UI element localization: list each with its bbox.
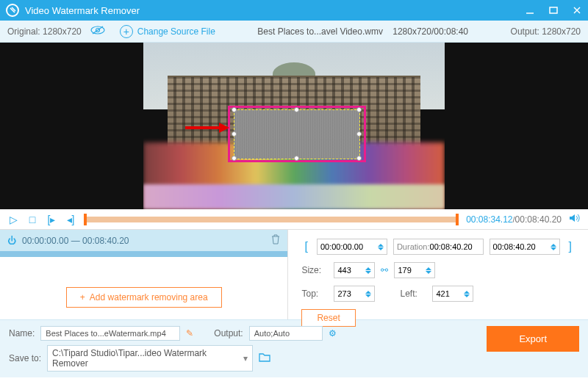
bracket-left-icon[interactable]: [ (301, 240, 310, 253)
handle-n[interactable] (294, 107, 299, 112)
spin-down[interactable] (365, 271, 371, 274)
titlebar: Video Watermark Remover (0, 0, 588, 21)
top-label: Top: (301, 289, 328, 299)
link-icon[interactable]: ⚯ (381, 265, 388, 275)
spin-up[interactable] (378, 244, 384, 247)
segments-panel: ⏻ 00:00:00.00 — 00:08:40.20 +Add waterma… (0, 230, 288, 319)
app-title: Video Watermark Remover (25, 5, 525, 16)
svg-line-6 (93, 26, 103, 34)
height-input[interactable] (394, 262, 435, 278)
saveto-dropdown[interactable]: C:\Tipard Studio\Tipar...ideo Watermark … (47, 345, 253, 372)
saveto-label: Save to: (9, 353, 41, 363)
svg-rect-1 (550, 7, 557, 13)
timeline-slider[interactable] (84, 217, 459, 222)
handle-ne[interactable] (356, 107, 362, 112)
range-duration-input[interactable]: Duration: (393, 239, 484, 255)
size-label: Size: (301, 265, 328, 275)
output-res: Output: 1280x720 (511, 26, 581, 37)
left-input[interactable] (432, 286, 473, 302)
spin-down[interactable] (365, 294, 371, 297)
annotation-arrow (185, 123, 229, 133)
volume-icon[interactable] (569, 213, 581, 225)
spin-up[interactable] (426, 267, 431, 270)
output-value: Auto;Auto (249, 326, 323, 341)
handle-e[interactable] (356, 131, 362, 137)
minimize-button[interactable] (525, 5, 535, 15)
name-value: Best Places to...eWatermark.mp4 (40, 326, 180, 341)
settings-icon[interactable]: ⚙ (329, 328, 337, 338)
edit-name-icon[interactable]: ✎ (186, 328, 193, 338)
spin-up[interactable] (365, 291, 371, 294)
spin-up[interactable] (464, 291, 470, 294)
chevron-down-icon: ▾ (243, 353, 248, 363)
playback-controls: ▷ □ [▸ ◂] 00:08:34.12/00:08:40.20 (0, 209, 588, 230)
spin-up[interactable] (365, 267, 371, 270)
range-start-input[interactable] (317, 239, 387, 255)
reset-button[interactable]: Reset (301, 309, 355, 327)
video-frame[interactable] (143, 43, 445, 209)
bottom-bar: Name: Best Places to...eWatermark.mp4 ✎ … (0, 319, 588, 377)
add-area-button[interactable]: +Add watermark removing area (66, 287, 222, 308)
name-label: Name: (9, 328, 35, 338)
original-label: Original: 1280x720 (7, 26, 82, 37)
change-source-label: Change Source File (137, 26, 215, 37)
info-bar: Original: 1280x720 + Change Source File … (0, 21, 588, 43)
mark-out-button[interactable]: ◂] (65, 214, 76, 225)
stop-button[interactable]: □ (26, 214, 38, 225)
segment-times: 00:00:00.00 — 00:08:40.20 (22, 236, 265, 246)
mark-in-button[interactable]: [▸ (46, 214, 57, 225)
spin-down[interactable] (551, 247, 556, 250)
output-label: Output: (214, 328, 243, 338)
bracket-right-icon[interactable]: ] (566, 240, 575, 253)
close-button[interactable] (572, 5, 582, 15)
time-display: 00:08:34.12/00:08:40.20 (466, 214, 562, 225)
range-end-input[interactable] (490, 239, 560, 255)
open-folder-icon[interactable] (259, 352, 270, 364)
app-icon (6, 4, 19, 17)
change-source-button[interactable]: + Change Source File (120, 25, 215, 38)
delete-segment-icon[interactable] (271, 234, 280, 247)
segment-bar[interactable] (0, 251, 287, 257)
export-button[interactable]: Export (487, 326, 579, 352)
spin-down[interactable] (464, 294, 470, 297)
properties-panel: [ Duration: ] Size: ⚯ Top: Left: Reset (288, 230, 588, 319)
spin-down[interactable] (426, 271, 431, 274)
segment-item[interactable]: ⏻ 00:00:00.00 — 00:08:40.20 (0, 230, 287, 251)
top-input[interactable] (334, 286, 375, 302)
spin-up[interactable] (551, 244, 556, 247)
play-button[interactable]: ▷ (7, 214, 19, 225)
left-label: Left: (400, 289, 426, 299)
timeline-start-handle[interactable] (84, 214, 87, 225)
handle-w[interactable] (232, 131, 237, 137)
power-icon[interactable]: ⏻ (7, 236, 16, 246)
handle-sw[interactable] (232, 156, 237, 161)
preview-toggle-icon[interactable] (90, 25, 105, 37)
width-input[interactable] (334, 262, 375, 278)
plus-icon: + (80, 292, 85, 303)
selection-box[interactable] (234, 109, 360, 159)
video-preview (0, 43, 588, 209)
add-area-label: Add watermark removing area (90, 292, 208, 303)
spin-down[interactable] (378, 247, 384, 250)
timeline-end-handle[interactable] (456, 214, 459, 225)
handle-s[interactable] (294, 156, 299, 161)
file-info: Best Places to...avel Video.wmv 1280x720… (215, 26, 511, 37)
maximize-button[interactable] (548, 5, 559, 15)
plus-icon: + (120, 25, 133, 38)
handle-nw[interactable] (232, 107, 237, 112)
